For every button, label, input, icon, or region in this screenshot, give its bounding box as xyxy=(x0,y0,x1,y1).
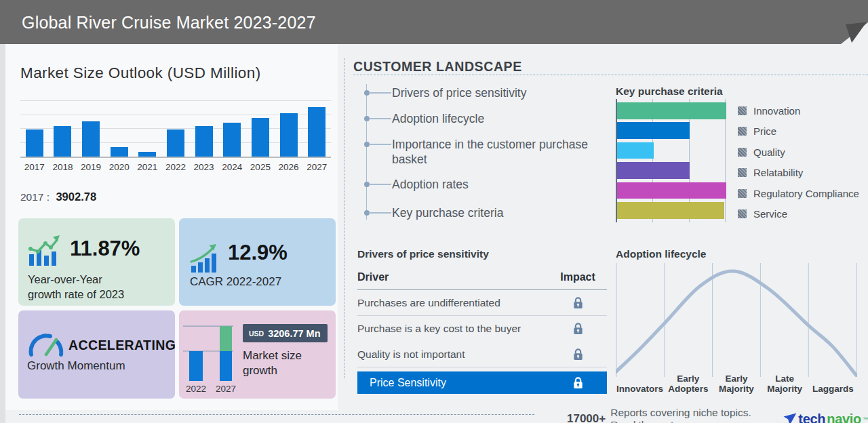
legend-label: Service xyxy=(753,208,787,220)
key-purchase-criteria-chart xyxy=(616,99,726,222)
callout-value: 3902.78 xyxy=(56,190,96,203)
gridline xyxy=(20,100,331,101)
criteria-bar-price xyxy=(617,122,690,139)
list-item: Key purchase criteria xyxy=(392,205,595,220)
legend-item: Regulatory Compliance xyxy=(738,188,859,199)
lock-icon xyxy=(572,296,584,310)
bar-2019 xyxy=(82,121,100,157)
key-purchase-criteria-legend: InnovationPriceQualityRelatabilityRegula… xyxy=(738,99,868,228)
list-item: Adoption lifecycle xyxy=(392,111,595,126)
list-item: Drivers of price sensitivity xyxy=(392,85,595,100)
cagr-label: CAGR 2022-2027 xyxy=(190,275,281,289)
connector-line xyxy=(369,118,391,119)
impact-cell xyxy=(549,348,607,361)
market-outlook-title: Market Size Outlook (USD Million) xyxy=(20,64,261,82)
highlight-label: Price Sensitivity xyxy=(370,377,446,389)
legend-item: Innovation xyxy=(738,105,800,117)
legend-swatch-icon xyxy=(738,106,747,115)
column-driver: Driver xyxy=(357,271,389,283)
bar-2026 xyxy=(280,113,298,157)
bar-2023 xyxy=(195,126,213,157)
callout-year: 2017 xyxy=(20,191,43,203)
legend-swatch-icon xyxy=(738,209,747,218)
list-item: Adoption rates xyxy=(392,177,595,192)
badge-currency: USD xyxy=(249,329,264,338)
x-axis-line xyxy=(20,157,331,158)
impact-cell xyxy=(549,296,607,310)
footer-text: Reports covering niche topics. Read them… xyxy=(610,407,778,423)
yoy-growth-value: 11.87% xyxy=(70,237,140,261)
brand-navio: navio xyxy=(827,411,861,423)
page-curl-icon xyxy=(807,0,868,44)
bar-column-2022 xyxy=(161,129,190,157)
price-sensitivity-highlight-row: Price Sensitivity xyxy=(357,371,607,394)
legend-item: Service xyxy=(738,208,787,220)
bar-column-2021 xyxy=(134,152,162,157)
bar-column-2017 xyxy=(20,129,49,157)
callout-separator: : xyxy=(47,191,50,203)
badge-value: 3206.77 Mn xyxy=(268,328,320,339)
drivers-table: Driver Impact Purchases are undifferenti… xyxy=(357,267,607,394)
growth-bars-arrow-icon xyxy=(190,243,222,273)
lifecycle-label: Innovators xyxy=(616,374,664,395)
criteria-bar-relatability xyxy=(617,162,690,179)
lock-icon xyxy=(572,322,584,336)
footer: 17000+ Reports covering niche topics. Re… xyxy=(567,407,868,423)
reports-count: 17000+ xyxy=(567,412,606,423)
bar-2017 xyxy=(26,129,43,157)
technavio-logo: technavio™ xyxy=(783,411,868,423)
market-size-bar-chart: 2017201820192020202120222023202420252026… xyxy=(20,100,331,157)
bar-column-2024 xyxy=(218,123,246,157)
growth-label: Market size growth xyxy=(243,348,328,378)
market-growth-mini-chart xyxy=(183,323,235,381)
yoy-growth-label: Year-over-Year growth rate of 2023 xyxy=(28,273,124,302)
cagr-card: 12.9% CAGR 2022-2027 xyxy=(179,218,336,306)
growth-value-badge: USD 3206.77 Mn xyxy=(243,324,328,342)
market-size-growth-card: 2022 2027 USD 3206.77 Mn Market size gro… xyxy=(179,310,336,399)
bar-column-2025 xyxy=(246,118,275,157)
legend-label: Quality xyxy=(753,146,785,158)
adoption-lifecycle-title: Adoption lifecycle xyxy=(616,248,707,260)
driver-label: Purchase is a key cost to the buyer xyxy=(357,323,521,335)
criteria-bar-regulatory-compliance xyxy=(617,182,726,199)
drivers-title: Drivers of price sensitivity xyxy=(357,248,489,260)
drivers-table-header: Driver Impact xyxy=(357,267,607,290)
year-label: 2019 xyxy=(77,162,105,172)
customer-landscape-title: CUSTOMER LANDSCAPE xyxy=(353,59,522,75)
page-title: Global River Cruise Market 2023-2027 xyxy=(22,12,316,32)
bar-2024 xyxy=(223,123,241,157)
bar-column-2018 xyxy=(49,126,77,157)
legend-label: Regulatory Compliance xyxy=(753,188,859,199)
legend-swatch-icon xyxy=(738,127,747,136)
momentum-value: ACCELERATING xyxy=(68,338,176,353)
driver-row: Purchases are undifferentiated xyxy=(357,290,607,316)
legend-item: Price xyxy=(738,125,776,137)
market-size-callout: 2017 : 3902.78 xyxy=(20,190,96,203)
key-purchase-criteria-title: Key purchase criteria xyxy=(616,85,723,98)
impact-cell xyxy=(549,322,607,336)
bar-column-2019 xyxy=(77,121,105,157)
lifecycle-label: EarlyMajority xyxy=(712,374,760,395)
legend-swatch-icon xyxy=(738,148,747,157)
criteria-bar-service xyxy=(617,202,724,219)
year-label: 2026 xyxy=(275,162,303,172)
list-item: Importance in the customer purchase bask… xyxy=(392,137,595,167)
bar-2022 xyxy=(167,129,184,157)
bar-2018 xyxy=(54,126,71,157)
driver-label: Purchases are undifferentiated xyxy=(357,297,500,309)
bar-column-2023 xyxy=(190,126,218,157)
lifecycle-label: EarlyAdopters xyxy=(664,374,712,395)
dashed-underline xyxy=(353,75,868,75)
adoption-lifecycle-chart xyxy=(616,263,857,377)
criteria-bar-innovation xyxy=(617,102,726,119)
connector-line xyxy=(369,92,391,94)
connector-line xyxy=(369,144,391,145)
year-label: 2018 xyxy=(49,162,77,172)
technavio-arrow-icon xyxy=(783,413,797,423)
bar-2020 xyxy=(111,147,128,157)
bar-column-2026 xyxy=(275,113,303,157)
adoption-lifecycle-labels: InnovatorsEarlyAdoptersEarlyMajorityLate… xyxy=(616,374,857,395)
gauge-icon xyxy=(27,329,65,358)
bar-2021 xyxy=(138,152,156,157)
year-label: 2021 xyxy=(134,162,162,172)
